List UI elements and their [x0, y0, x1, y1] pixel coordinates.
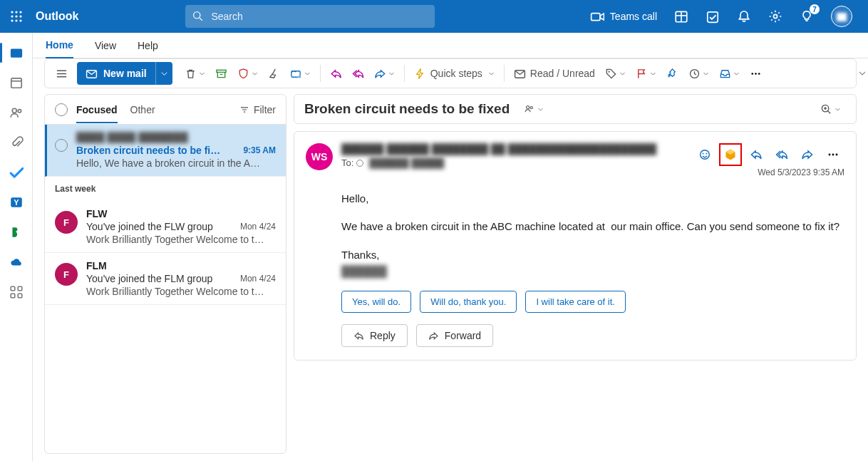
new-mail-button[interactable]: New mail: [77, 62, 172, 85]
snooze-button[interactable]: [683, 62, 714, 85]
msg-reply-icon[interactable]: [745, 143, 768, 166]
left-rail: Y: [0, 33, 33, 461]
sender-avatar: F: [55, 211, 78, 234]
account-avatar[interactable]: ██: [822, 0, 868, 33]
tab-focused[interactable]: Focused: [76, 104, 118, 123]
message-subject: You've joined the FLM group: [86, 273, 233, 284]
print-button[interactable]: [714, 62, 745, 85]
search-box[interactable]: [185, 5, 435, 28]
message-timestamp: Wed 5/3/2023 9:35 AM: [758, 167, 844, 177]
settings-icon[interactable]: [760, 0, 791, 33]
search-input[interactable]: [211, 11, 428, 22]
react-icon[interactable]: [693, 143, 716, 166]
move-to-button[interactable]: [285, 62, 316, 85]
message-list: Focused Other Filter ████ ████ ███████ B…: [44, 94, 286, 454]
message-item[interactable]: F FLM You've joined the FLM groupMon 4/2…: [45, 253, 286, 305]
svg-text:Y: Y: [14, 198, 19, 207]
message-item[interactable]: ████ ████ ███████ Broken circuit needs t…: [45, 125, 286, 177]
pin-button[interactable]: [661, 62, 683, 85]
msg-reply-all-icon[interactable]: [770, 143, 793, 166]
reply-all-button[interactable]: [347, 62, 369, 85]
tab-view[interactable]: View: [95, 33, 116, 58]
rail-more-apps-icon[interactable]: [4, 279, 29, 305]
tab-help[interactable]: Help: [138, 33, 158, 58]
sender-avatar: F: [55, 263, 78, 286]
ribbon-hamburger-icon[interactable]: [51, 62, 73, 85]
svg-point-54: [531, 106, 533, 108]
sweep-button[interactable]: [263, 62, 285, 85]
message-preview: Work Brilliantly Together Welcome to t…: [86, 286, 276, 297]
message-time: 9:35 AM: [243, 145, 276, 155]
my-day-icon[interactable]: [697, 0, 728, 33]
quick-steps-button[interactable]: Quick steps: [409, 62, 500, 85]
new-mail-split[interactable]: [155, 62, 172, 85]
rail-onedrive-icon[interactable]: [4, 249, 29, 275]
message-time: Mon 4/24: [240, 274, 276, 284]
message-sender: ████ ████ ███████: [76, 132, 188, 143]
message-item[interactable]: F FLW You've joined the FLW groupMon 4/2…: [45, 201, 286, 253]
app-launcher[interactable]: [0, 0, 33, 33]
message-time: Mon 4/24: [240, 222, 276, 232]
tab-home[interactable]: Home: [46, 33, 73, 58]
msg-forward-icon[interactable]: [796, 143, 819, 166]
message-checkbox[interactable]: [55, 139, 68, 152]
select-all-checkbox[interactable]: [55, 103, 68, 116]
flag-button[interactable]: [631, 62, 661, 85]
delete-button[interactable]: [180, 62, 210, 85]
rail-bookings-icon[interactable]: [4, 219, 29, 245]
presence-icon: [356, 160, 363, 167]
archive-button[interactable]: [210, 62, 232, 85]
message-sender: FLW: [86, 208, 108, 219]
rail-people-icon[interactable]: [4, 100, 29, 125]
tips-icon[interactable]: 7: [791, 0, 822, 33]
forward-action-button[interactable]: Forward: [416, 324, 493, 347]
reading-body: WS ██████ ██████ ████████ ██ ███████████…: [294, 131, 857, 361]
message-preview: Work Brilliantly Together Welcome to t…: [86, 234, 276, 245]
categorize-button[interactable]: [600, 62, 631, 85]
ribbon: New mail Quick steps Read / Unread: [44, 58, 857, 88]
message-subject: Broken circuit needs to be fi…: [76, 145, 236, 156]
ribbon-expand-icon[interactable]: [858, 68, 867, 80]
brand-label: Outlook: [36, 10, 78, 23]
rail-mail-icon[interactable]: [4, 40, 29, 66]
message-preview: Hello, We have a broken circuit in the A…: [76, 157, 276, 169]
zoom-button[interactable]: [815, 98, 846, 120]
svg-point-53: [527, 105, 529, 108]
report-button[interactable]: [232, 62, 263, 85]
msg-more-icon[interactable]: [822, 143, 844, 166]
reply-button[interactable]: [325, 62, 347, 85]
reading-subject: Broken circuit needs to be fixed: [304, 101, 510, 117]
ribbon-more-button[interactable]: [745, 62, 767, 85]
reply-action-button[interactable]: Reply: [341, 324, 408, 347]
tips-badge: 7: [810, 4, 820, 14]
suggested-reply[interactable]: I will take care of it.: [525, 291, 626, 313]
suggested-reply[interactable]: Will do, thank you.: [420, 291, 517, 313]
tab-other[interactable]: Other: [130, 104, 155, 115]
message-sender: FLM: [86, 260, 107, 271]
filter-button[interactable]: Filter: [239, 104, 276, 115]
from-avatar: WS: [306, 143, 333, 170]
forward-button[interactable]: [369, 62, 400, 85]
reading-header: Broken circuit needs to be fixed: [294, 94, 857, 124]
to-label: To:: [341, 157, 353, 168]
rail-files-icon[interactable]: [4, 130, 29, 155]
message-body: Hello, We have a broken circuit in the A…: [341, 190, 840, 279]
rail-todo-icon[interactable]: [4, 160, 29, 185]
notifications-icon[interactable]: [728, 0, 760, 33]
suggested-reply[interactable]: Yes, will do.: [341, 291, 411, 313]
to-name: ██████ █████: [369, 157, 444, 168]
rail-calendar-icon[interactable]: [4, 70, 29, 95]
meet-now-icon[interactable]: [666, 0, 697, 33]
read-unread-button[interactable]: Read / Unread: [509, 62, 600, 85]
teams-call[interactable]: Teams call: [582, 0, 666, 33]
message-subject: You've joined the FLW group: [86, 221, 233, 232]
group-header: Last week: [45, 177, 286, 201]
from-name: ██████ ██████ ████████ ██ ██████████████…: [341, 143, 656, 155]
rail-yammer-icon[interactable]: Y: [4, 190, 29, 215]
teams-chat-icon[interactable]: [518, 98, 549, 120]
addin-hex-icon[interactable]: [719, 143, 742, 166]
